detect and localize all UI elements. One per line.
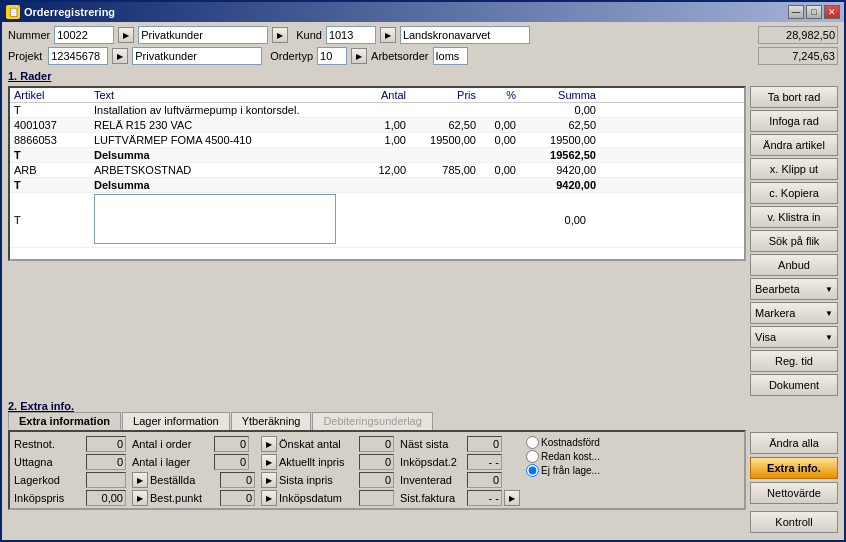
cell-antal xyxy=(350,109,410,111)
table-row[interactable]: T Delsumma 19562,50 xyxy=(10,148,744,163)
inkopsdat2-input[interactable] xyxy=(467,454,502,470)
kontroll-button[interactable]: Kontroll xyxy=(750,511,838,533)
kund-input[interactable] xyxy=(326,26,376,44)
nast-sista-label: Näst sista xyxy=(400,438,465,450)
projekt-btn[interactable]: ▶ xyxy=(112,48,128,64)
ordertyp-input[interactable] xyxy=(317,47,347,65)
uttagna-label: Uttagna xyxy=(14,456,84,468)
maximize-button[interactable]: □ xyxy=(806,5,822,19)
kopiera-button[interactable]: c. Kopiera xyxy=(750,182,838,204)
inkopsdatum-input[interactable] xyxy=(359,490,394,506)
radio-kostnadsford[interactable]: Kostnadsförd xyxy=(526,436,616,449)
inkopsdatum-btn[interactable]: ▶ xyxy=(261,490,277,506)
andra-artikel-button[interactable]: Ändra artikel xyxy=(750,134,838,156)
inkopsdat2-label: Inköpsdat.2 xyxy=(400,456,465,468)
tab-extra-info[interactable]: Extra information xyxy=(8,412,121,430)
klistra-in-button[interactable]: v. Klistra in xyxy=(750,206,838,228)
table-row[interactable]: T 0,00 xyxy=(10,193,744,248)
inventerad-input[interactable] xyxy=(467,472,502,488)
cell-text: RELÄ R15 230 VAC xyxy=(90,118,350,132)
best-punkt-btn[interactable]: ▶ xyxy=(132,490,148,506)
aktuellt-inpris-input[interactable] xyxy=(359,454,394,470)
lagerkod-input[interactable] xyxy=(86,472,126,488)
table-row[interactable]: T Installation av luftvärmepump i kontor… xyxy=(10,103,744,118)
minimize-button[interactable]: — xyxy=(788,5,804,19)
table-row[interactable]: T Delsumma 9420,00 xyxy=(10,178,744,193)
best-punkt-label: Best.punkt xyxy=(150,492,218,504)
uttagna-input[interactable] xyxy=(86,454,126,470)
tab-ytberakning[interactable]: Ytberäkning xyxy=(231,412,312,430)
extra-tabs: Extra information Lager information Ytbe… xyxy=(8,412,746,430)
sist-faktura-input[interactable] xyxy=(467,490,502,506)
onskat-antal-input[interactable] xyxy=(359,436,394,452)
projekt-input[interactable] xyxy=(48,47,108,65)
close-button[interactable]: ✕ xyxy=(824,5,840,19)
radio-redan-kos-input[interactable] xyxy=(526,450,539,463)
nast-sista-input[interactable] xyxy=(467,436,502,452)
privatkunder1-btn[interactable]: ▶ xyxy=(272,27,288,43)
sok-pa-flik-button[interactable]: Sök på flik xyxy=(750,230,838,252)
radio-kostnadsford-input[interactable] xyxy=(526,436,539,449)
cell-summa: 9420,00 xyxy=(520,163,600,177)
sista-inpris-btn[interactable]: ▶ xyxy=(261,472,277,488)
onskat-antal-btn[interactable]: ▶ xyxy=(261,436,277,452)
text-input-area[interactable] xyxy=(94,194,336,244)
andra-alla-button[interactable]: Ändra alla xyxy=(750,432,838,454)
visa-button[interactable]: Visa ▼ xyxy=(750,326,838,348)
antal-lager-input[interactable] xyxy=(214,454,249,470)
extra-section: 2. Extra info. Extra information Lager i… xyxy=(8,400,838,533)
table-row[interactable]: 8866053 LUFTVÄRMEP FOMA 4500-410 1,00 19… xyxy=(10,133,744,148)
bestallda-input[interactable] xyxy=(220,472,255,488)
radio-redan-kos-label: Redan kost... xyxy=(541,451,600,462)
arbetsorder-amount xyxy=(758,47,838,65)
best-punkt-input[interactable] xyxy=(220,490,255,506)
tab-lager-info[interactable]: Lager information xyxy=(122,412,230,430)
bestallda-btn[interactable]: ▶ xyxy=(132,472,148,488)
klipp-ut-button[interactable]: x. Klipp ut xyxy=(750,158,838,180)
kund-btn[interactable]: ▶ xyxy=(380,27,396,43)
order-table: Artikel Text Antal Pris % Summa T Instal… xyxy=(8,86,746,261)
cell-pris xyxy=(410,154,480,156)
radio-ej-fran-lage-input[interactable] xyxy=(526,464,539,477)
markera-button[interactable]: Markera ▼ xyxy=(750,302,838,324)
arbetsorder-input[interactable] xyxy=(433,47,468,65)
landskronavarvet-input[interactable] xyxy=(400,26,530,44)
arbetsorder-label: Arbetsorder xyxy=(371,50,428,62)
inkopspris-input[interactable] xyxy=(86,490,126,506)
privatkunder2-input[interactable] xyxy=(132,47,262,65)
aktuellt-inpris-btn[interactable]: ▶ xyxy=(261,454,277,470)
restnot-input[interactable] xyxy=(86,436,126,452)
sista-inpris-input[interactable] xyxy=(359,472,394,488)
reg-tid-button[interactable]: Reg. tid xyxy=(750,350,838,372)
ta-bort-rad-button[interactable]: Ta bort rad xyxy=(750,86,838,108)
main-window: 📋 Orderregistrering — □ ✕ Nummer ▶ ▶ Kun… xyxy=(0,0,846,542)
antal-lager-label: Antal i lager xyxy=(132,456,212,468)
radio-ej-fran-lage[interactable]: Ej från lage... xyxy=(526,464,616,477)
cell-pct xyxy=(480,109,520,111)
radio-redan-kos[interactable]: Redan kost... xyxy=(526,450,616,463)
infoga-rad-button[interactable]: Infoga rad xyxy=(750,110,838,132)
radio-ej-fran-lage-label: Ej från lage... xyxy=(541,465,600,476)
extra-section-header[interactable]: 2. Extra info. xyxy=(8,400,74,412)
extra-info-button[interactable]: Extra info. xyxy=(750,457,838,479)
anbud-button[interactable]: Anbud xyxy=(750,254,838,276)
ordertyp-btn[interactable]: ▶ xyxy=(351,48,367,64)
cell-pct xyxy=(480,154,520,156)
nummer-input[interactable] xyxy=(54,26,114,44)
table-row[interactable]: 4001037 RELÄ R15 230 VAC 1,00 62,50 0,00… xyxy=(10,118,744,133)
bearbeta-button[interactable]: Bearbeta ▼ xyxy=(750,278,838,300)
title-bar: 📋 Orderregistrering — □ ✕ xyxy=(2,2,844,22)
antal-order-input[interactable] xyxy=(214,436,249,452)
inkopsdatum-row: ▶ Inköpsdatum xyxy=(261,490,394,506)
nummer-btn[interactable]: ▶ xyxy=(118,27,134,43)
sist-faktura-btn[interactable]: ▶ xyxy=(504,490,520,506)
nettovarde-button[interactable]: Nettovärde xyxy=(750,482,838,504)
privatkunder1-input[interactable] xyxy=(138,26,268,44)
sist-faktura-label: Sist.faktura xyxy=(400,492,465,504)
rader-section-header[interactable]: 1. Rader xyxy=(8,70,51,82)
antal-order-label: Antal i order xyxy=(132,438,212,450)
cell-artikel: T xyxy=(10,178,90,192)
dokument-button[interactable]: Dokument xyxy=(750,374,838,396)
projekt-label: Projekt xyxy=(8,50,42,62)
table-row[interactable]: ARB ARBETSKOSTNAD 12,00 785,00 0,00 9420… xyxy=(10,163,744,178)
